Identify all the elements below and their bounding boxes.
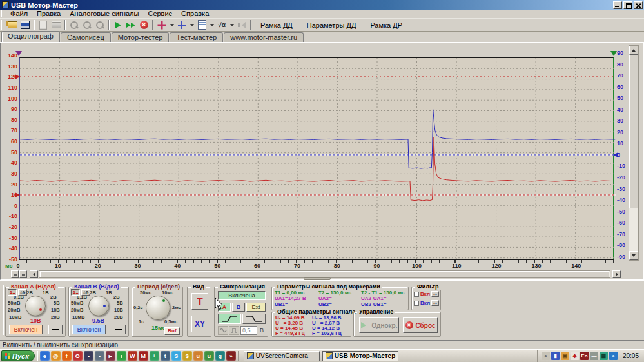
scroll-right-button[interactable] bbox=[612, 270, 621, 278]
dropdown-arrow-icon[interactable] bbox=[169, 19, 175, 30]
reset-button[interactable]: Сброс bbox=[403, 317, 438, 333]
filter-a-more-button[interactable]: ... bbox=[431, 291, 439, 297]
channel-b-zero-arrow[interactable] bbox=[610, 152, 618, 157]
start-fast-button[interactable] bbox=[125, 19, 137, 30]
report-menu-button[interactable] bbox=[196, 19, 208, 30]
save-button[interactable] bbox=[19, 19, 31, 30]
signal-b-menu-button[interactable] bbox=[176, 19, 188, 30]
single-shot-button[interactable]: Однокр. bbox=[359, 317, 399, 333]
filter-a-checkbox[interactable] bbox=[414, 292, 419, 297]
sync-mode-pulse-button[interactable] bbox=[229, 326, 239, 335]
firefox-icon[interactable]: f bbox=[62, 351, 72, 361]
antivirus-tray-icon[interactable]: ◆ bbox=[571, 352, 579, 360]
scroll-down-button[interactable] bbox=[629, 251, 638, 260]
zoom-out-button[interactable] bbox=[94, 19, 106, 30]
channel-b-minus-button[interactable]: — bbox=[112, 325, 126, 334]
print-button[interactable] bbox=[50, 19, 62, 30]
browser-icon[interactable]: O bbox=[73, 351, 83, 361]
user-green-icon[interactable]: u bbox=[204, 351, 214, 361]
stop-button[interactable] bbox=[138, 19, 150, 30]
taskbar-window-uvscreencamera[interactable]: UVScreenCamera bbox=[244, 351, 320, 361]
channel-a-minus-button[interactable]: — bbox=[48, 325, 63, 334]
filter-b-checkbox[interactable] bbox=[414, 301, 419, 306]
open-button[interactable] bbox=[6, 19, 18, 30]
trigger-level-arrow[interactable] bbox=[15, 74, 23, 79]
channel-a-power-button[interactable]: Включен bbox=[9, 325, 43, 334]
update-tray-icon[interactable]: ● bbox=[609, 352, 618, 360]
channel-b-range-knob[interactable] bbox=[88, 296, 109, 316]
channel-a-zero-arrow[interactable] bbox=[15, 192, 23, 197]
user-orange-icon[interactable]: u bbox=[193, 351, 203, 361]
math-menu-button[interactable]: √α bbox=[216, 19, 228, 30]
scroll-mini-button[interactable] bbox=[11, 270, 19, 278]
dropdown-arrow-icon[interactable] bbox=[209, 19, 215, 30]
signal-a-menu-button[interactable] bbox=[156, 19, 168, 30]
info-icon[interactable]: i bbox=[117, 351, 126, 361]
vertical-scroll-thumb[interactable] bbox=[629, 55, 638, 208]
menu-item[interactable]: Справка bbox=[177, 10, 213, 18]
winamp-icon[interactable]: W bbox=[128, 351, 137, 361]
view-t-button[interactable]: T bbox=[191, 293, 208, 310]
channel-a-range-knob[interactable] bbox=[25, 296, 46, 316]
marker-t1-handle[interactable] bbox=[15, 51, 22, 59]
sync-mode-wave-button[interactable] bbox=[218, 326, 228, 335]
sync-level-input[interactable]: 0,5 bbox=[240, 326, 257, 335]
tab-test-master[interactable]: Тест-мастер bbox=[170, 32, 223, 42]
tab-oscillograph[interactable]: Осциллограф bbox=[1, 31, 60, 42]
zoom-in-button[interactable] bbox=[81, 19, 93, 30]
start-acquisition-button[interactable] bbox=[112, 19, 124, 30]
close-button[interactable] bbox=[634, 1, 643, 9]
dropdown-arrow-icon[interactable] bbox=[229, 19, 235, 30]
sync-falling-edge-button[interactable] bbox=[242, 314, 266, 324]
add-icon[interactable]: + bbox=[150, 351, 159, 361]
toolbar-text-button[interactable]: Параметры ДД bbox=[301, 20, 362, 30]
vertical-scrollbar[interactable] bbox=[629, 45, 639, 261]
dropdown-arrow-icon[interactable] bbox=[189, 19, 195, 30]
view-xy-button[interactable]: XY bbox=[191, 316, 208, 332]
desktop-icon[interactable]: ▪ bbox=[84, 351, 93, 361]
music-icon[interactable]: М bbox=[139, 351, 148, 361]
sound-button[interactable] bbox=[236, 19, 248, 30]
period-knob[interactable] bbox=[146, 296, 170, 320]
tab-website[interactable]: www.motor-master.ru bbox=[224, 32, 304, 42]
language-indicator[interactable]: En bbox=[580, 352, 589, 360]
capture-tray-icon[interactable]: ▣ bbox=[561, 352, 569, 360]
display-tray-icon[interactable]: ▬ bbox=[590, 352, 598, 360]
scroll-mini-button[interactable] bbox=[19, 270, 27, 278]
sync-source-a-button[interactable]: А bbox=[218, 303, 231, 312]
ie-icon[interactable]: e bbox=[40, 351, 50, 361]
marker-t2-handle[interactable] bbox=[610, 51, 617, 59]
zoom-window-button[interactable] bbox=[68, 19, 80, 30]
money-icon[interactable]: $ bbox=[182, 351, 192, 361]
mail-icon[interactable]: @ bbox=[51, 351, 61, 361]
uvscreen-tray-icon[interactable]: ● bbox=[542, 352, 550, 360]
display-icon[interactable]: ▪ bbox=[95, 351, 104, 361]
tab-motor-tester[interactable]: Мотор-тестер bbox=[112, 32, 170, 42]
menu-item[interactable]: Файл bbox=[6, 10, 32, 18]
toolbar-text-button[interactable]: Рамка ДР bbox=[364, 20, 408, 30]
globe-icon[interactable]: g bbox=[215, 351, 225, 361]
menu-item[interactable]: Аналоговые сигналы bbox=[65, 10, 143, 18]
sync-rising-edge-button[interactable] bbox=[218, 314, 241, 324]
scroll-up-button[interactable] bbox=[629, 46, 638, 55]
restore-button[interactable] bbox=[623, 1, 632, 9]
buffer-button[interactable]: Buf bbox=[164, 327, 180, 335]
channel-b-power-button[interactable]: Включен bbox=[72, 325, 106, 334]
network-tray-icon[interactable]: ▦ bbox=[600, 352, 608, 360]
export-button[interactable] bbox=[37, 19, 49, 30]
start-button[interactable]: Пуск bbox=[1, 350, 35, 361]
sync-source-ext-button[interactable]: Ext bbox=[246, 303, 266, 312]
sync-enabled-button[interactable]: Включена bbox=[218, 291, 266, 300]
launcher-icon[interactable]: » bbox=[226, 351, 236, 361]
tool-icon[interactable]: t bbox=[161, 351, 170, 361]
menu-item[interactable]: Сервис bbox=[143, 10, 177, 18]
sync-source-b-button[interactable]: В bbox=[232, 303, 245, 312]
filter-b-more-button[interactable]: ... bbox=[431, 300, 439, 306]
menu-item[interactable]: Правка bbox=[32, 10, 65, 18]
toolbar-text-button[interactable]: Рамка ДД bbox=[255, 20, 298, 30]
scroll-left-button[interactable] bbox=[30, 270, 38, 278]
minimize-button[interactable] bbox=[613, 1, 622, 9]
plot-area[interactable] bbox=[19, 57, 614, 260]
skype-icon[interactable]: S bbox=[171, 351, 181, 361]
tab-recorder[interactable]: Самописец bbox=[61, 32, 111, 42]
